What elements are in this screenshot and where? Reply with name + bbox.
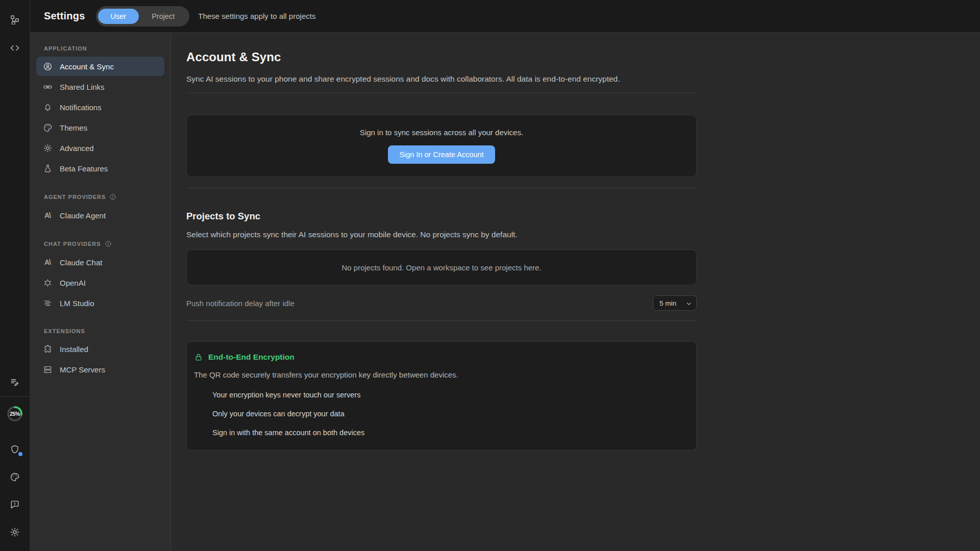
edit-list-icon[interactable]	[9, 377, 20, 388]
sidebar-item-beta-features[interactable]: Beta Features	[36, 159, 164, 178]
bell-icon	[42, 102, 53, 112]
sidebar-item-notifications[interactable]: Notifications	[36, 97, 164, 117]
toggle-user-button[interactable]: User	[98, 9, 139, 24]
palette-icon	[42, 122, 53, 133]
encryption-title: End-to-End Encryption	[208, 353, 295, 362]
stacked-lines-icon	[42, 298, 53, 308]
notification-dot	[18, 452, 22, 456]
section-extensions: EXTENSIONS	[30, 328, 170, 334]
sidebar-item-mcp-servers[interactable]: MCP Servers	[36, 360, 164, 379]
sidebar-item-shared-links[interactable]: Shared Links	[36, 77, 164, 96]
section-chat-providers: CHAT PROVIDERS	[30, 240, 170, 247]
signin-prompt: Sign in to sync sessions across all your…	[360, 128, 523, 137]
flask-icon	[42, 163, 53, 173]
encryption-points: Your encryption keys never touch our ser…	[212, 391, 688, 437]
section-title: Account & Sync	[186, 50, 697, 64]
chevron-down-icon	[685, 300, 692, 307]
sidebar-item-claude-agent[interactable]: A\ Claude Agent	[36, 206, 164, 225]
feedback-icon[interactable]	[9, 499, 20, 510]
info-icon[interactable]	[105, 240, 112, 247]
encryption-point: Your encryption keys never touch our ser…	[212, 391, 688, 399]
anthropic-logo-icon: A\	[42, 210, 53, 220]
info-icon[interactable]	[109, 193, 116, 201]
workflow-icon[interactable]	[9, 14, 20, 25]
code-icon[interactable]	[9, 42, 20, 54]
settings-sidebar: APPLICATION Account & Sync Shared Links …	[30, 33, 171, 551]
section-subtitle: Sync AI sessions to your phone and share…	[186, 74, 697, 84]
user-circle-icon	[42, 61, 53, 71]
link-icon	[42, 82, 53, 92]
scope-toggle: User Project	[96, 6, 190, 27]
sidebar-item-openai[interactable]: OpenAI	[36, 273, 164, 292]
sidebar-item-lm-studio[interactable]: LM Studio	[36, 293, 164, 313]
usage-percent-label: 25%	[6, 405, 23, 422]
delay-select-value: 5 min	[659, 299, 676, 307]
projects-subtitle: Select which projects sync their AI sess…	[186, 230, 697, 239]
settings-gear-icon[interactable]	[9, 527, 20, 538]
projects-title: Projects to Sync	[186, 211, 697, 222]
security-shield-icon[interactable]	[9, 444, 20, 455]
delay-select[interactable]: 5 min	[653, 295, 697, 311]
section-application: APPLICATION	[30, 45, 170, 52]
header-note: These settings apply to all projects	[198, 12, 315, 20]
sidebar-item-advanced[interactable]: Advanced	[36, 138, 164, 158]
encryption-point: Sign in with the same account on both de…	[212, 429, 688, 437]
signin-button[interactable]: Sign In or Create Account	[388, 145, 495, 164]
sidebar-item-installed[interactable]: Installed	[36, 339, 164, 359]
sidebar-item-claude-chat[interactable]: A\ Claude Chat	[36, 253, 164, 272]
server-icon	[42, 364, 53, 374]
usage-progress-ring[interactable]: 25%	[6, 405, 23, 422]
signin-card: Sign in to sync sessions across all your…	[186, 115, 697, 177]
openai-logo-icon	[42, 278, 53, 288]
activity-rail: 25%	[0, 0, 30, 551]
encryption-subtitle: The QR code securely transfers your encr…	[194, 370, 688, 379]
gear-icon	[42, 143, 53, 153]
main-panel: Account & Sync Sync AI sessions to your …	[171, 33, 980, 551]
page-title: Settings	[44, 10, 85, 22]
app-window: 25% Settings User Project Th	[0, 0, 980, 551]
section-agent-providers: AGENT PROVIDERS	[30, 193, 170, 201]
encryption-card: End-to-End Encryption The QR code secure…	[186, 341, 697, 450]
delay-row: Push notification delay after idle 5 min	[186, 295, 697, 311]
divider	[186, 93, 697, 93]
divider	[186, 320, 697, 321]
projects-empty-text: No projects found. Open a workspace to s…	[341, 263, 541, 272]
sidebar-item-themes[interactable]: Themes	[36, 118, 164, 137]
theme-palette-icon[interactable]	[9, 471, 20, 483]
toggle-project-button[interactable]: Project	[139, 9, 187, 24]
projects-empty-card: No projects found. Open a workspace to s…	[186, 249, 697, 285]
lock-icon	[194, 353, 203, 362]
rail-divider	[0, 396, 30, 397]
sidebar-item-account-sync[interactable]: Account & Sync	[36, 57, 164, 76]
anthropic-logo-icon: A\	[42, 257, 53, 267]
divider	[186, 188, 697, 188]
delay-label: Push notification delay after idle	[186, 299, 295, 308]
puzzle-icon	[42, 344, 53, 354]
encryption-point: Only your devices can decrypt your data	[212, 410, 688, 418]
header: Settings User Project These settings app…	[30, 0, 980, 33]
